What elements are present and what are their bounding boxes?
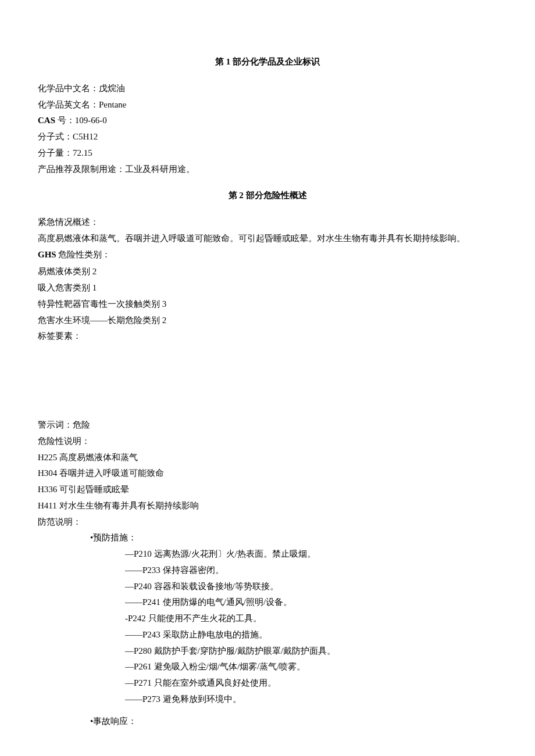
chinese-name-row: 化学品中文名：戊烷油 [38, 81, 497, 97]
response-header: •事故响应： [38, 714, 497, 730]
emergency-text: 高度易燃液体和蒸气。吞咽并进入呼吸道可能致命。可引起昏睡或眩晕。对水生生物有毒并… [38, 231, 497, 247]
section2-title: 第 2 部分危险性概述 [38, 188, 497, 204]
use-value: 工业及科研用途。 [125, 164, 195, 174]
p271: —P271 只能在室外或通风良好处使用。 [38, 675, 497, 691]
pictogram-placeholder [38, 345, 497, 417]
p242: -P242 只能使用不产生火花的工具。 [38, 611, 497, 627]
english-name-row: 化学品英文名：Pentane [38, 97, 497, 113]
signal-value: 危险 [73, 420, 90, 429]
cas-value: 109-66-0 [75, 116, 107, 125]
title-prefix-2: 第 [229, 191, 240, 200]
english-name-label: 化学品英文名： [38, 100, 99, 109]
signal-word-row: 警示词：危险 [38, 417, 497, 433]
label-elements: 标签要素： [38, 328, 497, 345]
p243: ——P243 采取防止静电放电的措施。 [38, 627, 497, 643]
p273: ——P273 避免释放到环境中。 [38, 691, 497, 708]
title-suffix: 部分化学品及企业标识 [230, 57, 320, 66]
weight-row: 分子量：72.15 [38, 145, 497, 162]
section1-title: 第 1 部分化学品及企业标识 [38, 54, 497, 70]
formula-label: 分子式： [38, 132, 73, 141]
precaution-label: 防范说明： [38, 514, 497, 531]
use-label: 产品推荐及限制用途： [38, 164, 125, 174]
prevention-header: •预防措施： [38, 530, 497, 546]
p210: —P210 远离热源/火花刑〕火/热表面。禁止吸烟。 [38, 546, 497, 562]
cas-row: CAS 号：109-66-0 [38, 113, 497, 129]
cas-label2: 号： [58, 116, 75, 125]
p261: —P261 避免吸入粉尘/烟/气体/烟雾/蒸气/喷雾。 [38, 659, 497, 675]
ghs-label: GHS [38, 250, 58, 259]
cas-label: CAS [38, 116, 58, 125]
ghs-label2: 危险性类别： [58, 250, 110, 259]
use-row: 产品推荐及限制用途：工业及科研用途。 [38, 162, 497, 178]
p280: —P280 戴防护手套/穿防护服/戴防护眼罩/戴防护面具。 [38, 643, 497, 660]
title-prefix: 第 [215, 57, 226, 66]
h411: H411 对水生生物有毒并具有长期持续影响 [38, 498, 497, 514]
title-num-2: 2 [239, 191, 244, 200]
english-name-value: Pentane [99, 100, 126, 109]
hazard-stmt-label: 危险性说明： [38, 433, 497, 450]
ghs-cat3: 特异性靶器官毒性一次接触类别 3 [38, 296, 497, 313]
weight-label: 分子量： [38, 148, 73, 157]
formula-value: C5H12 [73, 132, 98, 141]
p241: ——P241 使用防爆的电气/通风/照明/设备。 [38, 594, 497, 611]
p240: —P240 容器和装载设备接地/等势联接。 [38, 579, 497, 595]
formula-row: 分子式：C5H12 [38, 129, 497, 145]
chinese-name-label: 化学品中文名： [38, 84, 99, 93]
weight-value: 72.15 [73, 148, 92, 157]
h304: H304 吞咽并进入呼吸道可能致命 [38, 465, 497, 482]
emergency-label: 紧急情况概述： [38, 214, 497, 231]
ghs-label-row: GHS 危险性类别： [38, 247, 497, 263]
ghs-cat2: 吸入危害类别 1 [38, 280, 497, 296]
h225: H225 高度易燃液体和蒸气 [38, 450, 497, 466]
ghs-cat4: 危害水生环境——长期危险类别 2 [38, 313, 497, 329]
chinese-name-value: 戊烷油 [99, 84, 125, 93]
signal-label: 警示词： [38, 420, 73, 429]
p233: ——P233 保持容器密闭。 [38, 562, 497, 579]
title-suffix-2: 部分危险性概述 [244, 191, 307, 200]
ghs-cat1: 易燃液体类别 2 [38, 264, 497, 280]
h336: H336 可引起昏睡或眩晕 [38, 482, 497, 498]
